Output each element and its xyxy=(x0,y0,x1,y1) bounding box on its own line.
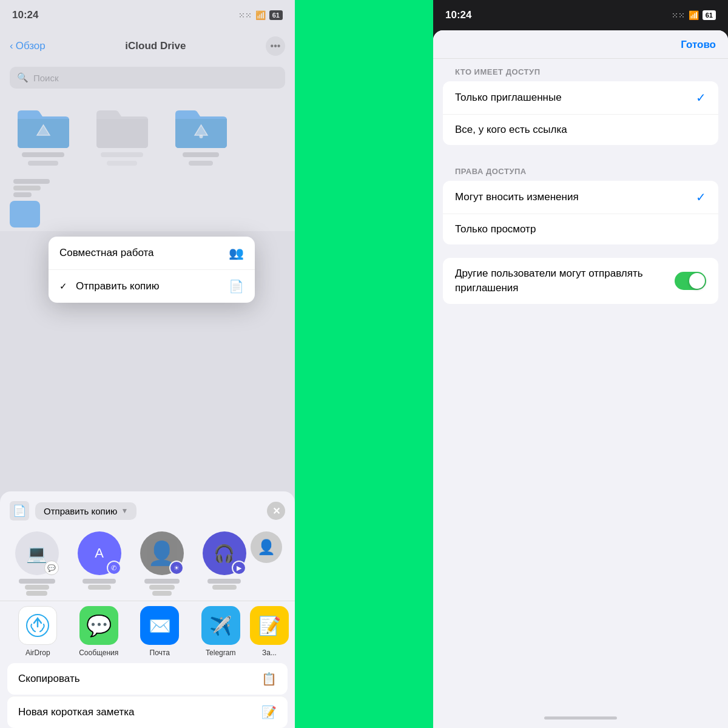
contact-avatar-4: 🎧 ▶ xyxy=(203,531,246,575)
toggle-row: Другие пользователи могут отправлять при… xyxy=(443,258,718,304)
collaborate-option[interactable]: Совместная работа 👥 xyxy=(49,237,255,270)
mail-label: Почта xyxy=(150,649,170,657)
access-section-header: КТО ИМЕЕТ ДОСТУП xyxy=(443,59,718,81)
status-bar-right: 10:24 ⁙⁙ 📶 61 xyxy=(433,0,728,30)
view-only-label: Только просмотр xyxy=(455,223,536,235)
folder-label-3 xyxy=(183,152,219,157)
telegram-item[interactable]: ✈️ Telegram xyxy=(190,606,252,657)
send-copy-check: ✓ xyxy=(59,281,67,292)
contact-avatar-1: 💻 💬 xyxy=(15,531,59,575)
new-note-action[interactable]: Новая короткая заметка 📝 xyxy=(7,696,288,728)
invited-only-option[interactable]: Только приглашенные ✓ xyxy=(443,81,718,115)
status-icons-left: ⁙⁙ 📶 61 xyxy=(238,10,283,20)
mail-icon: ✉️ xyxy=(140,606,179,645)
folder-sublabel-3 xyxy=(189,161,213,166)
contact-avatar-2: A ✆ xyxy=(78,531,121,575)
share-sheet-header: 📄 Отправить копию ▼ ✕ xyxy=(0,491,295,527)
view-only-option[interactable]: Только просмотр xyxy=(443,214,718,244)
contact-item-3[interactable]: 👤 ☀ xyxy=(132,531,191,597)
chevron-down-icon: ▼ xyxy=(121,507,128,515)
airdrop-label: AirDrop xyxy=(25,649,50,657)
copy-icon: 📋 xyxy=(261,672,277,686)
can-edit-option[interactable]: Могут вносить изменения ✓ xyxy=(443,181,718,214)
nav-bar-left: ‹ Обзор iCloud Drive ••• xyxy=(0,30,295,62)
right-bottom xyxy=(433,707,728,728)
folder-item-3[interactable] xyxy=(167,102,234,167)
notes-item[interactable]: 📝 За... xyxy=(251,606,288,657)
contact-item-1[interactable]: 💻 💬 xyxy=(7,531,66,597)
permissions-section-header: ПРАВА ДОСТУПА xyxy=(443,158,718,181)
time-left: 10:24 xyxy=(12,9,38,21)
share-file-icon: 📄 xyxy=(10,501,29,521)
contact-item-5[interactable]: 👤 xyxy=(257,531,288,597)
app-icons-row: AirDrop 💬 Сообщения ✉️ Почта ✈️ Telegram xyxy=(0,601,295,663)
messages-icon: 💬 xyxy=(79,606,118,645)
copy-label: Скопировать xyxy=(18,673,80,685)
toggle-knob xyxy=(689,273,705,289)
notes-label: За... xyxy=(262,649,277,657)
battery-right: 61 xyxy=(703,10,716,20)
folder-label-2 xyxy=(101,152,143,157)
right-topbar: Готово xyxy=(433,30,728,59)
contact-item-4[interactable]: 🎧 ▶ xyxy=(195,531,254,597)
messages-item[interactable]: 💬 Сообщения xyxy=(69,606,130,657)
anyone-link-label: Все, у кого есть ссылка xyxy=(455,124,567,136)
contact-badge-1: 💬 xyxy=(44,561,59,575)
folder-icon-2 xyxy=(93,102,151,150)
can-edit-label: Могут вносить изменения xyxy=(455,191,579,203)
small-folder-icon xyxy=(10,201,40,228)
folder-label-1 xyxy=(22,152,64,157)
toggle-switch[interactable] xyxy=(675,272,706,290)
contact-item-2[interactable]: A ✆ xyxy=(70,531,129,597)
folder-sublabel-2 xyxy=(107,161,137,166)
toggle-label: Другие пользователи могут отправлять при… xyxy=(455,266,675,295)
close-button[interactable]: ✕ xyxy=(267,502,285,520)
contacts-row: 💻 💬 A ✆ xyxy=(0,527,295,601)
send-copy-icon: 📄 xyxy=(229,279,244,294)
svg-point-2 xyxy=(199,135,203,138)
access-card: Только приглашенные ✓ Все, у кого есть с… xyxy=(443,81,718,145)
search-icon: 🔍 xyxy=(17,72,29,83)
search-placeholder: Поиск xyxy=(33,73,59,83)
search-bar[interactable]: 🔍 Поиск xyxy=(10,67,285,89)
search-bar-wrap: 🔍 Поиск xyxy=(0,62,295,96)
airdrop-item[interactable]: AirDrop xyxy=(7,606,69,657)
invited-only-label: Только приглашенные xyxy=(455,92,562,104)
status-icons-right: ⁙⁙ 📶 61 xyxy=(672,10,716,20)
time-right: 10:24 xyxy=(445,9,471,21)
contact-badge-4: ▶ xyxy=(232,561,246,575)
send-copy-option[interactable]: ✓ Отправить копию 📄 xyxy=(49,270,255,303)
folder-item-2[interactable] xyxy=(89,102,155,167)
permissions-card: Могут вносить изменения ✓ Только просмот… xyxy=(443,181,718,244)
collaborate-label: Совместная работа xyxy=(59,247,154,259)
telegram-label: Telegram xyxy=(206,649,235,657)
signal-icon: ⁙⁙ xyxy=(238,11,252,20)
back-button[interactable]: ‹ Обзор xyxy=(10,40,46,52)
mail-item[interactable]: ✉️ Почта xyxy=(129,606,190,657)
right-phone: 10:24 ⁙⁙ 📶 61 Готово КТО ИМЕЕТ ДОСТУП То… xyxy=(433,0,728,728)
contact-avatar-3: 👤 ☀ xyxy=(140,531,184,575)
contact-badge-2: ✆ xyxy=(107,561,121,575)
telegram-icon: ✈️ xyxy=(201,606,240,645)
share-selector-label: Отправить копию xyxy=(44,506,117,516)
send-copy-label: Отправить копию xyxy=(76,280,160,292)
chevron-left-icon: ‹ xyxy=(10,40,13,52)
signal-icon-right: ⁙⁙ xyxy=(672,11,685,20)
share-selector[interactable]: Отправить копию ▼ xyxy=(35,502,136,520)
left-phone: 10:24 ⁙⁙ 📶 61 ‹ Обзор iCloud Drive ••• 🔍… xyxy=(0,0,295,728)
folder-icon-1 xyxy=(15,102,72,150)
folder-sublabel-1 xyxy=(28,161,58,166)
new-note-label: Новая короткая заметка xyxy=(18,706,134,718)
right-content: КТО ИМЕЕТ ДОСТУП Только приглашенные ✓ В… xyxy=(433,59,728,304)
collaborate-icon: 👥 xyxy=(229,246,244,260)
airdrop-icon xyxy=(18,606,57,645)
more-button[interactable]: ••• xyxy=(266,36,285,56)
folder-item-1[interactable] xyxy=(10,102,76,167)
done-button[interactable]: Готово xyxy=(681,39,716,51)
share-dropdown: Совместная работа 👥 ✓ Отправить копию 📄 xyxy=(49,237,255,303)
new-note-icon: 📝 xyxy=(261,705,277,720)
copy-action[interactable]: Скопировать 📋 xyxy=(7,663,288,695)
back-label: Обзор xyxy=(16,40,46,52)
folder-icon-3 xyxy=(172,102,230,150)
anyone-link-option[interactable]: Все, у кого есть ссылка xyxy=(443,115,718,145)
